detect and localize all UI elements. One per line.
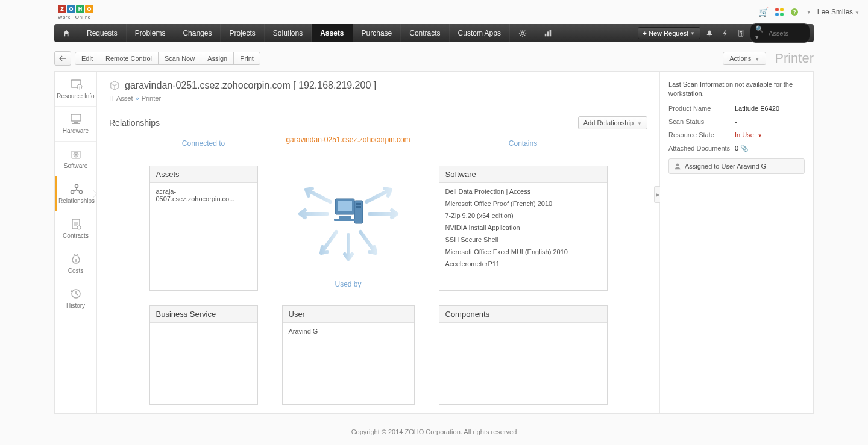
nav-tab-projects[interactable]: Projects [221, 24, 264, 42]
prop-row: Scan Status- [668, 118, 805, 125]
logo: ZOHO Work · Online [58, 5, 94, 20]
col-header-usedby: Used by [335, 274, 361, 291]
edit-button[interactable]: Edit [75, 52, 99, 65]
logo-letter: Z [58, 5, 66, 13]
svg-text:$: $ [74, 258, 77, 263]
svg-text:i: i [79, 86, 80, 89]
sidebar-icon [69, 183, 84, 195]
sidebar-item-costs[interactable]: $Costs [55, 246, 96, 281]
svg-rect-35 [356, 203, 361, 205]
svg-rect-37 [339, 216, 351, 219]
assign-button[interactable]: Assign [201, 52, 234, 65]
svg-point-6 [521, 32, 524, 34]
svg-point-3 [780, 13, 784, 16]
quick-icon[interactable] [719, 26, 732, 40]
list-item[interactable]: 7-Zip 9.20 (x64 edition) [445, 210, 601, 222]
sidebar-item-relationships[interactable]: Relationships [55, 176, 96, 211]
list-item[interactable]: AccelerometerP11 [445, 258, 601, 270]
home-icon[interactable] [54, 24, 78, 42]
components-box-title: Components [439, 306, 607, 323]
svg-rect-9 [550, 30, 552, 37]
help-icon[interactable]: ? [790, 8, 799, 16]
svg-point-0 [775, 8, 779, 11]
logo-letter: H [76, 5, 84, 13]
attach-icon[interactable]: 📎 [740, 145, 749, 152]
prop-value: Latitude E6420 [735, 105, 805, 112]
sidebar-item-label: Software [64, 163, 87, 169]
actions-button[interactable]: Actions ▼ [723, 52, 766, 65]
sidebar-item-label: Resource Info [57, 93, 94, 99]
nav-tab-purchase[interactable]: Purchase [353, 24, 401, 42]
list-item[interactable]: SSH Secure Shell [445, 234, 601, 246]
remote-control-button[interactable]: Remote Control [99, 52, 159, 65]
sidebar-item-resource-info[interactable]: iResource Info [55, 72, 96, 107]
list-item[interactable]: Aravind G [289, 325, 408, 337]
new-request-button[interactable]: + New Request▼ [638, 27, 700, 39]
list-item[interactable]: Microsoft Office Proof (French) 2010 [445, 198, 601, 210]
business-box-title: Business Service [150, 306, 257, 323]
nav-search[interactable]: 🔍▾ [750, 23, 810, 43]
sidebar-item-software[interactable]: Software [55, 142, 96, 176]
back-button[interactable] [54, 51, 71, 66]
nav-tab-problems[interactable]: Problems [127, 24, 175, 42]
svg-point-23 [75, 154, 77, 156]
svg-rect-7 [545, 34, 547, 36]
nav-tab-contracts[interactable]: Contracts [401, 24, 449, 42]
cart-icon[interactable]: 🛒 [758, 7, 769, 17]
prop-row: Attached Documents0 📎 [668, 145, 805, 152]
asset-title: garavindan-0251.csez.zohocorpin.com [ 19… [125, 80, 376, 91]
print-button[interactable]: Print [233, 52, 260, 65]
nav-tab-requests[interactable]: Requests [78, 24, 127, 42]
collapse-panel-button[interactable]: ▶ [654, 186, 660, 203]
svg-rect-19 [71, 114, 81, 121]
scan-now-button[interactable]: Scan Now [158, 52, 201, 65]
software-box-title: Software [439, 166, 607, 183]
main-nav: RequestsProblemsChangesProjectsSolutions… [54, 24, 814, 42]
nav-tab-custom-apps[interactable]: Custom Apps [450, 24, 510, 42]
svg-point-15 [741, 34, 743, 36]
svg-rect-21 [72, 123, 80, 124]
notification-icon[interactable] [703, 26, 716, 40]
list-item[interactable]: acraja-0507.csez.zohocorpin.co... [156, 185, 251, 205]
sidebar-item-contracts[interactable]: Contracts [55, 211, 96, 246]
svg-rect-8 [547, 31, 549, 36]
calculator-icon[interactable] [734, 26, 747, 40]
svg-rect-36 [356, 206, 361, 208]
sidebar-item-label: Relationships [58, 198, 95, 204]
sidebar-icon [69, 288, 83, 300]
nav-tab-solutions[interactable]: Solutions [265, 24, 312, 42]
svg-rect-38 [334, 219, 356, 221]
sidebar-item-history[interactable]: History [55, 281, 96, 316]
list-item[interactable]: Microsoft Office Excel MUI (English) 201… [445, 246, 601, 258]
list-item[interactable]: NVIDIA Install Application [445, 222, 601, 234]
user-icon [674, 163, 681, 170]
apps-icon[interactable] [775, 7, 784, 17]
breadcrumb: IT Asset»Printer [109, 95, 647, 102]
user-menu[interactable]: Lee Smiles▼ [817, 8, 860, 16]
sidebar-item-hardware[interactable]: Hardware [55, 107, 96, 142]
footer: Copyright © 2014 ZOHO Corporation. All r… [0, 414, 868, 445]
sidebar-item-label: Costs [68, 267, 84, 274]
sidebar-icon [69, 218, 83, 230]
sidebar-item-label: Contracts [63, 232, 89, 239]
settings-icon[interactable] [510, 29, 535, 37]
logo-letter: O [85, 5, 93, 13]
logo-subtitle: Work · Online [58, 14, 91, 20]
prop-value[interactable]: In Use ▼ [735, 131, 805, 138]
svg-point-26 [80, 191, 83, 194]
prop-row: Resource StateIn Use ▼ [668, 131, 805, 138]
nav-search-input[interactable] [769, 30, 805, 37]
user-box-title: User [283, 306, 414, 323]
list-item[interactable]: Dell Data Protection | Access [445, 185, 601, 198]
svg-text:?: ? [793, 9, 796, 15]
nav-tab-assets[interactable]: Assets [312, 24, 353, 42]
user-box: User Aravind G [282, 305, 415, 405]
svg-point-12 [740, 33, 741, 34]
svg-rect-20 [74, 122, 78, 123]
prop-label: Resource State [668, 131, 735, 138]
add-relationship-button[interactable]: Add Relationship ▼ [578, 116, 647, 129]
nav-tab-changes[interactable]: Changes [174, 24, 221, 42]
reports-icon[interactable] [535, 29, 561, 37]
center-asset-label: garavindan-0251.csez.zohocorpin.com [282, 135, 415, 151]
assigned-user-box[interactable]: Assigned to User Aravind G [668, 158, 805, 174]
